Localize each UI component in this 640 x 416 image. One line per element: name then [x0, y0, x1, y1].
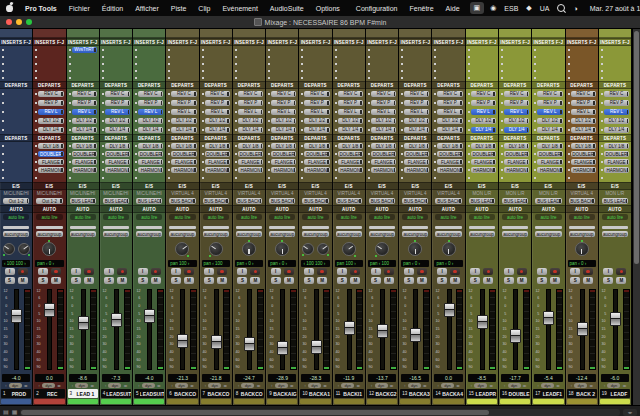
send-slot[interactable]: DLY 1/2	[100, 116, 132, 125]
send-slot[interactable]: DOUBLER	[532, 150, 564, 158]
solo-button[interactable]: S	[38, 277, 48, 284]
send-dly-1-4[interactable]: DLY 1/4	[105, 127, 130, 133]
send-slot[interactable]: HARMON	[133, 166, 165, 174]
group-selector[interactable]: aucungroup	[70, 231, 96, 237]
mic-icon[interactable]: ◉	[486, 2, 500, 14]
track-name[interactable]: 12BACKG2	[367, 389, 397, 398]
input-monitor-button[interactable]: I	[504, 268, 514, 275]
apple-menu-icon[interactable]	[6, 4, 13, 13]
send-slot[interactable]: HARMON	[566, 166, 598, 174]
send-slot[interactable]: DLY 1/2	[466, 116, 498, 125]
send-slot[interactable]: HARMON	[233, 166, 265, 174]
pan-value[interactable]: pan ‹ 0 ›	[35, 260, 63, 267]
send-flange[interactable]: FLANGE	[271, 159, 296, 165]
send-slot[interactable]	[0, 174, 32, 182]
track-name-label[interactable]: BACKCO	[239, 391, 264, 397]
send-slot[interactable]: REV C	[200, 89, 232, 98]
send-flange[interactable]: FLANGE	[171, 159, 196, 165]
solo-button[interactable]: S	[304, 277, 314, 284]
record-arm-button[interactable]	[250, 268, 260, 275]
send-dly-1-4[interactable]: DLY 1/4	[38, 127, 63, 133]
dyn-toggle[interactable]: dyn	[9, 383, 22, 388]
menu-item-afficher[interactable]: Afficher	[129, 5, 165, 12]
nudge-arrows-icon[interactable]: ↕	[337, 383, 339, 388]
input-monitor-button[interactable]: I	[404, 268, 414, 275]
control-diamond-icon[interactable]: ◆	[522, 2, 535, 14]
send-slot[interactable]: REV P	[432, 98, 464, 107]
send-dly-1-8[interactable]: DLY 1/8	[138, 143, 163, 149]
send-dly-1-2[interactable]: DLY 1/2	[72, 118, 97, 124]
send-rev-p[interactable]: REV P	[171, 100, 196, 106]
record-arm-button[interactable]	[18, 268, 28, 275]
send-slot[interactable]: DLY 1/4	[233, 125, 265, 134]
record-arm-button[interactable]	[517, 268, 527, 275]
send-rev-c[interactable]: REV C	[38, 91, 63, 97]
send-rev-l[interactable]: REV L	[171, 109, 196, 115]
track-name-label[interactable]: BACKA1	[308, 391, 330, 397]
insert-slot[interactable]	[100, 46, 132, 53]
input-selector[interactable]: MIC/LINE/HI	[0, 190, 32, 197]
send-slot[interactable]	[0, 166, 32, 174]
volume-fader[interactable]	[344, 321, 355, 335]
send-slot[interactable]	[166, 174, 198, 182]
menu-item-options[interactable]: Options	[310, 5, 346, 12]
esb-badge[interactable]: ESB	[500, 2, 522, 14]
record-arm-button[interactable]	[217, 268, 227, 275]
send-slot[interactable]: FLANGE	[133, 158, 165, 166]
send-slot[interactable]: REV L	[466, 107, 498, 116]
insert-slot[interactable]	[0, 46, 32, 53]
mute-button[interactable]: M	[450, 277, 460, 284]
nudge-arrows-icon[interactable]: ↕	[138, 383, 140, 388]
send-harmon[interactable]: HARMON	[171, 167, 196, 173]
volume-readout[interactable]: -8.6	[69, 374, 97, 382]
send-slot[interactable]: FLANGE	[299, 158, 331, 166]
send-slot[interactable]: REV C	[399, 89, 431, 98]
insert-slot[interactable]	[399, 53, 431, 60]
send-slot[interactable]: REV P	[599, 98, 631, 107]
send-rev-c[interactable]: REV C	[138, 91, 163, 97]
send-slot[interactable]: FLANGE	[599, 158, 631, 166]
insert-slot[interactable]	[266, 67, 298, 74]
insert-slot[interactable]	[100, 74, 132, 81]
send-dly-1-2[interactable]: DLY 1/2	[138, 118, 163, 124]
send-slot[interactable]: DLY 1/8	[532, 142, 564, 150]
send-flange[interactable]: FLANGE	[437, 159, 462, 165]
dyn-toggle[interactable]: dyn	[508, 383, 521, 388]
track-name-label[interactable]: BACKA4	[441, 391, 463, 397]
insert-slot[interactable]	[399, 60, 431, 67]
send-dly-1-2[interactable]: DLY 1/2	[105, 118, 130, 124]
ua-badge[interactable]: UA	[536, 2, 554, 14]
send-slot[interactable]: DOUBLER	[133, 150, 165, 158]
input-monitor-button[interactable]: I	[138, 268, 148, 275]
send-slot[interactable]: DLY 1/4	[100, 125, 132, 134]
insert-slot[interactable]	[266, 60, 298, 67]
solo-button[interactable]: S	[603, 277, 613, 284]
send-dly-1-8[interactable]: DLY 1/8	[371, 143, 396, 149]
dyn-toggle[interactable]: dyn	[375, 383, 388, 388]
volume-readout[interactable]: -7.3	[102, 374, 130, 382]
send-dly-1-4[interactable]: DLY 1/4	[238, 127, 263, 133]
send-slot[interactable]: HARMON	[499, 166, 531, 174]
send-dly-1-4[interactable]: DLY 1/4	[271, 127, 296, 133]
send-slot[interactable]: FLANGE	[499, 158, 531, 166]
record-arm-button[interactable]	[284, 268, 294, 275]
send-rev-p[interactable]: REV P	[504, 100, 529, 106]
volume-fader[interactable]	[543, 311, 554, 325]
auto-mode-selector[interactable]: auto lire	[535, 214, 561, 220]
send-flange[interactable]: FLANGE	[371, 159, 396, 165]
send-rev-c[interactable]: REV C	[504, 91, 529, 97]
insert-slot[interactable]	[466, 67, 498, 74]
pan-value[interactable]: pan ‹ 0 ›	[268, 260, 296, 267]
input-monitor-button[interactable]: I	[371, 268, 381, 275]
volume-fader[interactable]	[277, 341, 288, 355]
send-rev-c[interactable]: REV C	[404, 91, 429, 97]
volume-fader[interactable]	[177, 334, 188, 348]
mute-button[interactable]: M	[117, 277, 127, 284]
send-slot[interactable]: FLANGE	[266, 158, 298, 166]
insert-slot[interactable]	[499, 67, 531, 74]
send-slot[interactable]: HARMON	[366, 166, 398, 174]
send-flange[interactable]: FLANGE	[537, 159, 562, 165]
group-selector[interactable]: aucungroup	[103, 231, 129, 237]
input-monitor-button[interactable]: I	[437, 268, 447, 275]
send-dly-1-8[interactable]: DLY 1/8	[404, 143, 429, 149]
